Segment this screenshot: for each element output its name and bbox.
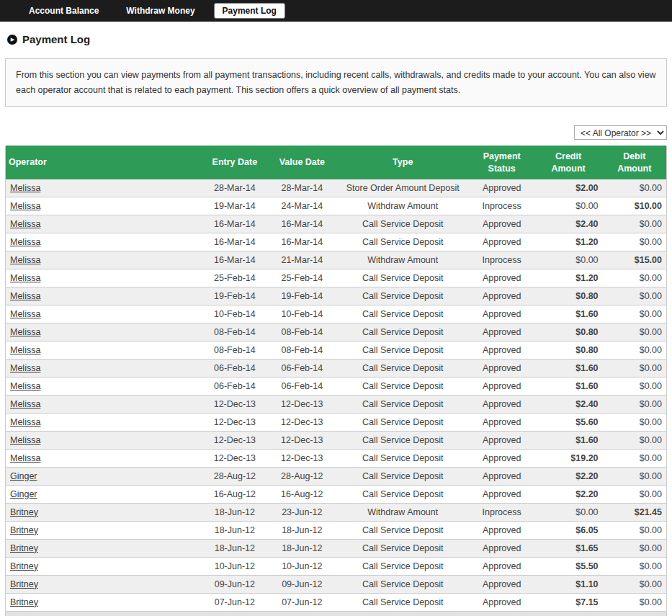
table-row: Britney09-Jun-1209-Jun-12Call Service De… [6,575,667,593]
table-row: Melissa10-Feb-1410-Feb-14Call Service De… [6,305,667,323]
operator-link[interactable]: Ginger [10,471,37,481]
tab-withdraw-money[interactable]: Withdraw Money [117,3,203,19]
debit-amount-cell: $21.45 [603,503,667,521]
operator-link[interactable]: Ginger [10,489,37,499]
table-row: Britney10-Jun-1210-Jun-12Call Service De… [6,557,667,575]
value-date-cell: 28-Mar-14 [268,179,336,197]
value-date-cell: 12-Dec-13 [268,431,336,449]
payment-status-cell: Approved [470,449,534,467]
operator-link[interactable]: Britney [10,561,38,571]
type-cell: Call Service Deposit [336,341,470,359]
operator-cell: Melissa [6,413,202,431]
operator-link[interactable]: Melissa [10,363,40,373]
operator-filter-select[interactable]: << All Operator >> [574,125,667,140]
value-date-cell: 16-Aug-12 [268,485,336,503]
payment-status-cell: Approved [470,413,534,431]
credit-amount-cell: $1.20 [534,269,603,287]
debit-amount-cell: $0.00 [603,377,667,395]
operator-link[interactable]: Britney [10,507,38,517]
value-date-cell: 23-Jun-12 [268,503,336,521]
credit-amount-cell: $1.10 [534,575,603,593]
operator-link[interactable]: Melissa [10,291,40,301]
credit-amount-cell: $2.20 [534,467,603,485]
table-row: Melissa12-Dec-1312-Dec-13Call Service De… [6,449,667,467]
payment-status-cell: Approved [470,341,534,359]
table-row: Melissa16-Mar-1421-Mar-14Withdraw Amount… [6,251,667,269]
operator-link[interactable]: Melissa [10,417,40,427]
operator-link[interactable]: Britney [10,579,38,589]
type-cell: Store Order Amount Deposit [336,179,470,197]
credit-amount-cell: $1.20 [534,233,603,251]
entry-date-cell: 28-Mar-14 [202,179,268,197]
entry-date-cell: 06-Feb-14 [202,359,268,377]
credit-amount-cell: $2.20 [534,485,603,503]
operator-cell: Ginger [6,467,202,485]
table-row: Melissa16-Mar-1416-Mar-14Call Service De… [6,233,667,251]
type-cell: Call Service Deposit [336,557,470,575]
operator-cell: Britney [6,503,202,521]
entry-date-cell: 16-Aug-12 [202,485,268,503]
operator-cell: Britney [6,539,202,557]
operator-link[interactable]: Britney [10,543,38,553]
operator-link[interactable]: Melissa [10,435,40,445]
col-header-credit-amount: Credit Amount [534,146,603,179]
operator-link[interactable]: Melissa [10,399,40,409]
payment-status-cell: Approved [470,377,534,395]
payment-status-cell: Inprocess [470,197,534,215]
operator-link[interactable]: Melissa [10,237,40,247]
tab-account-balance[interactable]: Account Balance [20,3,107,19]
operator-link[interactable]: Melissa [10,327,40,337]
operator-link[interactable]: Melissa [10,309,40,319]
operator-link[interactable]: Melissa [10,273,40,283]
operator-link[interactable]: Melissa [10,183,40,193]
payment-status-cell: Approved [470,539,534,557]
operator-link[interactable]: Melissa [10,201,40,211]
operator-cell: Melissa [6,431,202,449]
tab-payment-log[interactable]: Payment Log [214,3,285,19]
entry-date-cell: 08-Feb-14 [202,341,268,359]
type-cell: Withdraw Amount [336,197,470,215]
debit-amount-cell: $0.00 [603,341,667,359]
payment-status-cell: Inprocess [470,503,534,521]
entry-date-cell: 10-Feb-14 [202,305,268,323]
payment-log-table: Operator Entry Date Value Date Type Paym… [5,146,667,612]
debit-amount-cell: $0.00 [603,287,667,305]
debit-amount-cell: $0.00 [603,485,667,503]
credit-amount-cell: $2.40 [534,215,603,233]
operator-link[interactable]: Britney [10,597,38,607]
type-cell: Call Service Deposit [336,431,470,449]
operator-cell: Melissa [6,269,202,287]
payment-status-cell: Approved [470,395,534,413]
operator-cell: Melissa [6,359,202,377]
credit-amount-cell: $7.15 [534,593,603,611]
entry-date-cell: 16-Mar-14 [202,215,268,233]
operator-link[interactable]: Melissa [10,219,40,229]
type-cell: Call Service Deposit [336,323,470,341]
credit-amount-cell: $0.80 [534,287,603,305]
value-date-cell: 18-Jun-12 [268,539,336,557]
value-date-cell: 16-Mar-14 [268,233,336,251]
payment-status-cell: Approved [470,431,534,449]
page-title: Payment Log [22,33,90,45]
operator-link[interactable]: Melissa [10,381,40,391]
entry-date-cell: 18-Jun-12 [202,503,268,521]
operator-link[interactable]: Britney [10,525,38,535]
operator-link[interactable]: Melissa [10,255,40,265]
operator-cell: Melissa [6,323,202,341]
type-cell: Call Service Deposit [336,449,470,467]
payment-status-cell: Approved [470,575,534,593]
col-header-entry-date: Entry Date [202,146,268,179]
col-header-value-date: Value Date [268,146,336,179]
type-cell: Withdraw Amount [336,251,470,269]
debit-amount-cell: $0.00 [603,395,667,413]
operator-link[interactable]: Melissa [10,453,40,463]
entry-date-cell: 12-Dec-13 [202,449,268,467]
page-title-row: ▶ Payment Log [7,33,672,45]
payment-status-cell: Approved [470,557,534,575]
payment-status-cell: Approved [470,305,534,323]
value-date-cell: 10-Jun-12 [268,557,336,575]
operator-link[interactable]: Melissa [10,345,40,355]
entry-date-cell: 19-Feb-14 [202,287,268,305]
type-cell: Call Service Deposit [336,377,470,395]
value-date-cell: 21-Mar-14 [268,251,336,269]
